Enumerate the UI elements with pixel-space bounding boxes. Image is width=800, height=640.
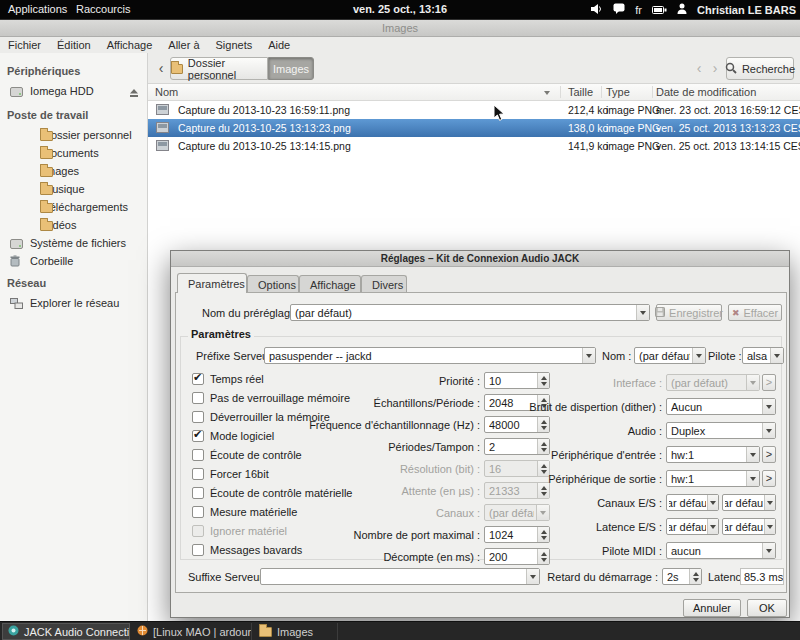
- path-scroll-left-icon[interactable]: ‹: [692, 59, 706, 77]
- chevron-down-icon[interactable]: [762, 423, 775, 438]
- in-channels-combo[interactable]: (par défaut): [666, 494, 719, 511]
- taskbar-item-jack[interactable]: JACK Audio Connecti...: [2, 623, 130, 640]
- delete-preset-button[interactable]: ✖ Effacer: [728, 304, 782, 321]
- eject-icon[interactable]: [129, 86, 139, 100]
- start-delay-value: 2s: [667, 570, 686, 584]
- column-name[interactable]: Nom: [155, 84, 178, 101]
- interface-browse-button[interactable]: >: [762, 374, 776, 391]
- dialog-titlebar[interactable]: Réglages – Kit de Connexion Audio JACK: [171, 251, 789, 267]
- folder-icon: [40, 185, 53, 195]
- midi-driver-combo[interactable]: aucun: [666, 542, 776, 559]
- file-date: ven. 25 oct. 2013 13:14:15 CEST: [656, 137, 800, 155]
- interface-combo[interactable]: (par défaut): [666, 374, 760, 391]
- path-home-label: Dossier personnel: [188, 57, 267, 81]
- chevron-down-icon[interactable]: [764, 495, 775, 510]
- preset-combo[interactable]: (par défaut): [290, 304, 650, 321]
- sidebar-item-iomega-hdd[interactable]: Iomega HDD: [0, 83, 147, 100]
- table-row[interactable]: Capture du 2013-10-23 16:59:11.png 212,4…: [148, 101, 800, 119]
- menu-aller-a[interactable]: Aller à: [160, 37, 207, 53]
- user-menu[interactable]: Christian LE BARS: [697, 4, 796, 16]
- start-delay-spinbox[interactable]: 2s: [662, 568, 702, 585]
- column-divider[interactable]: [560, 86, 561, 98]
- search-button[interactable]: Recherche: [726, 57, 794, 80]
- preset-value: (par défaut): [295, 306, 634, 320]
- chevron-down-icon[interactable]: [692, 348, 705, 363]
- chevron-down-icon[interactable]: [707, 519, 718, 534]
- search-label: Recherche: [742, 63, 795, 75]
- volume-icon[interactable]: [590, 3, 603, 17]
- column-date[interactable]: Date de modification: [656, 84, 756, 101]
- sidebar-item-telechargements[interactable]: Téléchargements: [0, 199, 147, 216]
- device-value: (par défaut): [671, 376, 744, 390]
- server-prefix-combo[interactable]: pasuspender -- jackd: [264, 347, 596, 364]
- ok-button[interactable]: OK: [747, 599, 787, 617]
- output-device-browse-button[interactable]: >: [762, 470, 776, 487]
- audio-mode-combo[interactable]: Duplex: [666, 422, 776, 439]
- sidebar-item-documents[interactable]: Documents: [0, 145, 147, 162]
- sidebar-item-dossier-personnel[interactable]: Dossier personnel: [0, 127, 147, 144]
- sidebar-item-corbeille[interactable]: Corbeille: [0, 253, 147, 270]
- menu-edition[interactable]: Édition: [49, 37, 99, 53]
- chevron-down-icon[interactable]: [746, 447, 759, 462]
- column-divider[interactable]: [601, 86, 602, 98]
- chevron-down-icon[interactable]: [770, 348, 783, 363]
- window-titlebar[interactable]: Images: [0, 20, 800, 37]
- chevron-down-icon[interactable]: [746, 375, 759, 390]
- menu-fichier[interactable]: Fichier: [0, 37, 49, 53]
- menu-affichage[interactable]: Affichage: [99, 37, 161, 53]
- chevron-down-icon[interactable]: [746, 471, 759, 486]
- chevron-down-icon[interactable]: [582, 348, 595, 363]
- input-device-combo[interactable]: hw:1: [666, 446, 760, 463]
- notification-icon[interactable]: [613, 3, 625, 17]
- save-preset-button[interactable]: Enregistrer: [656, 304, 722, 321]
- taskbar-item-browser[interactable]: [Linux MAO | ardour ...: [132, 623, 252, 640]
- spinner-buttons[interactable]: [689, 569, 701, 584]
- tab-divers[interactable]: Divers: [361, 275, 407, 293]
- battery-icon[interactable]: [652, 4, 667, 16]
- applications-menu[interactable]: Applications: [2, 0, 73, 19]
- tab-affichage[interactable]: Affichage: [299, 275, 361, 293]
- path-scroll-right-icon[interactable]: ›: [708, 59, 722, 77]
- server-suffix-combo[interactable]: [260, 568, 540, 585]
- column-type[interactable]: Type: [606, 84, 630, 101]
- table-row[interactable]: Capture du 2013-10-25 13:14:15.png 141,9…: [148, 137, 800, 155]
- in-latency-combo[interactable]: (par défaut): [666, 518, 719, 535]
- chevron-down-icon[interactable]: [762, 399, 775, 414]
- sidebar-item-videos[interactable]: Vidéos: [0, 217, 147, 234]
- chevron-down-icon[interactable]: [764, 519, 775, 534]
- back-button[interactable]: ‹: [154, 59, 168, 77]
- menu-aide[interactable]: Aide: [260, 37, 298, 53]
- driver-combo[interactable]: alsa: [742, 347, 784, 364]
- chevron-down-icon[interactable]: [707, 495, 718, 510]
- server-name-value: (par défaut): [639, 349, 690, 363]
- tab-parametres[interactable]: Paramètres: [177, 273, 247, 293]
- search-icon: [725, 62, 737, 76]
- column-divider[interactable]: [652, 86, 653, 98]
- menu-signets[interactable]: Signets: [208, 37, 261, 53]
- clock[interactable]: ven. 25 oct., 13:16: [347, 0, 453, 19]
- tab-options[interactable]: Options: [247, 275, 299, 293]
- chevron-down-icon[interactable]: [636, 305, 649, 320]
- path-current-button[interactable]: Images: [268, 57, 314, 80]
- out-latency-combo[interactable]: (par défaut): [722, 518, 776, 535]
- places-menu[interactable]: Raccourcis: [70, 0, 136, 19]
- sidebar-item-explorer-le-reseau[interactable]: Explorer le réseau: [0, 295, 147, 312]
- column-size[interactable]: Taille: [568, 84, 593, 101]
- server-name-combo[interactable]: (par défaut): [634, 347, 706, 364]
- chevron-down-icon[interactable]: [762, 543, 775, 558]
- cancel-button[interactable]: Annuler: [683, 599, 741, 617]
- dither-combo[interactable]: Aucun: [666, 398, 776, 415]
- sidebar-item-musique[interactable]: Musique: [0, 181, 147, 198]
- taskbar-item-images[interactable]: Images: [254, 623, 338, 640]
- path-home-button[interactable]: Dossier personnel: [170, 57, 268, 80]
- table-row[interactable]: Capture du 2013-10-25 13:13:23.png 138,0…: [148, 119, 800, 137]
- sidebar-section-network: Réseau: [7, 275, 46, 291]
- sidebar-item-images[interactable]: Images: [0, 163, 147, 180]
- out-channels-combo[interactable]: (par défaut): [722, 494, 776, 511]
- sort-indicator-icon[interactable]: [544, 91, 550, 95]
- keyboard-indicator[interactable]: fr: [635, 4, 642, 16]
- sidebar-item-systeme-de-fichiers[interactable]: Système de fichiers: [0, 235, 147, 252]
- output-device-combo[interactable]: hw:1: [666, 470, 760, 487]
- input-device-browse-button[interactable]: >: [762, 446, 776, 463]
- device-value: Aucun: [671, 400, 760, 414]
